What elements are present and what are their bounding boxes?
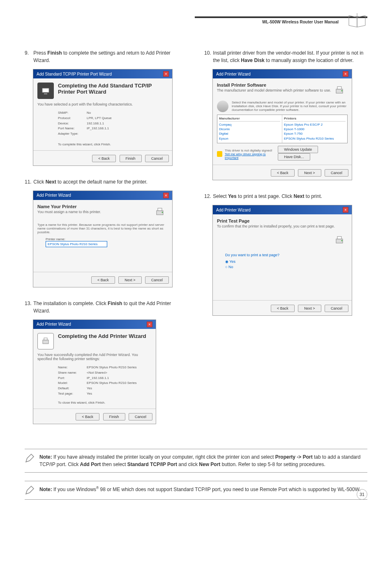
screenshot-step11: Add Printer Wizard × Name Your Printer Y… xyxy=(33,191,173,287)
left-column: 9. Press Finish to complete the settings… xyxy=(25,49,188,436)
signing-link[interactable]: Tell me why driver signing is important xyxy=(225,152,266,160)
close-icon[interactable]: × xyxy=(147,322,152,327)
close-icon[interactable]: × xyxy=(343,207,348,213)
step-number: 10. xyxy=(204,49,212,57)
back-button[interactable]: < Back xyxy=(271,169,295,177)
cancel-button[interactable]: Cancel xyxy=(145,276,169,284)
pencil-icon xyxy=(25,453,35,463)
step-13: 13. The installation is complete. Click … xyxy=(25,300,188,315)
dialog-subheading: You have selected a port with the follow… xyxy=(37,102,168,106)
instruction-text: Type a name for this printer. Because so… xyxy=(37,223,168,234)
list-item[interactable]: Compaq xyxy=(219,122,280,127)
screenshot-step9: Add Standard TCP/IP Printer Port Wizard … xyxy=(33,69,173,166)
svg-rect-6 xyxy=(43,340,48,344)
list-item[interactable]: Epson Stylus Pro ESC/P 2 xyxy=(284,122,346,127)
dialog-heading: Name Your Printer xyxy=(37,204,101,209)
dialog-title: Add Standard TCP/IP Printer Port Wizard xyxy=(37,72,112,76)
dialog-subheading: The manufacturer and model determine whi… xyxy=(217,88,331,92)
cancel-button[interactable]: Cancel xyxy=(325,169,348,177)
instruction-text: Select the manufacturer and model of you… xyxy=(217,101,348,112)
back-button[interactable]: < Back xyxy=(92,155,116,162)
list-item[interactable]: Epson xyxy=(219,136,280,141)
close-icon[interactable]: × xyxy=(163,193,169,198)
step-text: The installation is complete. Click Fini… xyxy=(33,300,187,315)
settings-table: Name:EPSON Stylus Photo R210 Series Shar… xyxy=(58,365,152,397)
svg-rect-12 xyxy=(337,237,341,239)
step-12: 12. Select Yes to print a test page. Cli… xyxy=(204,193,367,200)
back-button[interactable]: < Back xyxy=(271,305,295,312)
driver-list[interactable]: Manufacturer Compaq Diconix Digital Epso… xyxy=(217,115,348,143)
dialog-titlebar: Add Printer Wizard × xyxy=(33,191,172,200)
manual-title: WL-500W Wireless Router User Manual xyxy=(262,20,339,24)
warning-icon xyxy=(217,151,222,157)
step-number: 11. xyxy=(25,178,32,186)
input-label: Printer name: xyxy=(46,237,168,241)
dialog-heading: Completing the Add Printer Wizard xyxy=(37,333,152,339)
dialog-heading: Print Test Page xyxy=(217,218,335,223)
port-wizard-icon xyxy=(37,83,54,99)
list-item[interactable]: Diconix xyxy=(219,127,280,131)
dialog-heading: Completing the Add Standard TCP/IP Print… xyxy=(37,83,168,95)
dialog-titlebar: Add Printer Wizard × xyxy=(213,205,352,214)
printers-header: Printers xyxy=(284,117,346,122)
step-10: 10. Install printer driver from the vend… xyxy=(204,49,367,64)
right-column: 10. Install printer driver from the vend… xyxy=(204,49,367,436)
port-details-table: SNMP:No Protocol:LPR, LPT Queue Device:1… xyxy=(58,110,168,137)
step-text: Select Yes to print a test page. Click N… xyxy=(213,193,367,200)
dialog-title: Add Printer Wizard xyxy=(216,72,251,76)
svg-rect-7 xyxy=(44,338,47,340)
book-icon xyxy=(347,12,367,29)
screenshot-step13: Add Printer Wizard × Completing the Add … xyxy=(33,319,156,424)
step-number: 12. xyxy=(204,193,212,200)
cancel-button[interactable]: Cancel xyxy=(145,155,169,162)
dialog-titlebar: Add Printer Wizard × xyxy=(213,69,352,78)
note-2: Note: If you use Windows® 98 or ME which… xyxy=(25,481,367,500)
list-item[interactable]: EPSON Stylus Photo R210 Series xyxy=(284,136,346,141)
mfr-header: Manufacturer xyxy=(219,117,280,122)
note-1: Note: If you have already installed the … xyxy=(25,449,367,473)
radio-no[interactable]: ○ No xyxy=(225,265,348,269)
note-text: Note: If you have already installed the … xyxy=(39,453,367,468)
have-disk-button[interactable]: Have Disk... xyxy=(278,153,310,161)
dialog-subheading: You have successfully completed the Add … xyxy=(37,353,152,361)
next-button[interactable]: Next > xyxy=(298,305,321,312)
page-number: 31 xyxy=(357,489,367,500)
printer-icon xyxy=(152,204,168,220)
close-icon[interactable]: × xyxy=(343,71,348,77)
svg-rect-4 xyxy=(158,208,162,211)
back-button[interactable]: < Back xyxy=(91,276,115,284)
back-button[interactable]: < Back xyxy=(76,413,99,420)
step-text: Press Finish to complete the settings an… xyxy=(33,49,187,64)
printer-wizard-icon xyxy=(37,333,54,349)
step-number: 13. xyxy=(25,300,32,307)
pencil-icon xyxy=(25,485,35,495)
printer-name-input[interactable]: EPSON Stylus Photo R210 Series xyxy=(46,241,107,247)
dialog-titlebar: Add Printer Wizard × xyxy=(33,320,156,329)
step-9: 9. Press Finish to complete the settings… xyxy=(25,49,188,64)
dialog-title: Add Printer Wizard xyxy=(37,322,71,326)
svg-point-10 xyxy=(341,90,343,92)
radio-yes[interactable]: ◉ Yes xyxy=(225,260,348,264)
header-divider xyxy=(195,16,367,18)
step-text: Click Next to accept the default name fo… xyxy=(33,178,187,186)
list-item[interactable]: Epson T-1000 xyxy=(284,127,346,131)
printer-icon xyxy=(331,232,348,249)
finish-button[interactable]: Finish xyxy=(103,413,125,420)
next-button[interactable]: Next > xyxy=(298,169,321,177)
finish-button[interactable]: Finish xyxy=(120,155,142,162)
next-button[interactable]: Next > xyxy=(118,276,141,284)
svg-point-5 xyxy=(162,211,163,213)
dialog-title: Add Printer Wizard xyxy=(216,208,251,212)
svg-rect-9 xyxy=(337,87,341,89)
screenshot-step12: Add Printer Wizard × Print Test Page To … xyxy=(212,205,352,316)
note-text: Note: If you use Windows® 98 or ME which… xyxy=(39,485,360,495)
cancel-button[interactable]: Cancel xyxy=(325,305,348,312)
question-text: Do you want to print a test page? xyxy=(225,253,348,257)
list-item[interactable]: Digital xyxy=(219,131,280,136)
list-item[interactable]: Epson T-750 xyxy=(284,131,346,136)
svg-rect-2 xyxy=(44,93,47,94)
close-icon[interactable]: × xyxy=(163,71,169,77)
windows-update-button[interactable]: Windows Update xyxy=(278,146,318,153)
cancel-button[interactable]: Cancel xyxy=(129,413,152,420)
signing-warning: This driver is not digitally signed! Tel… xyxy=(217,149,276,160)
